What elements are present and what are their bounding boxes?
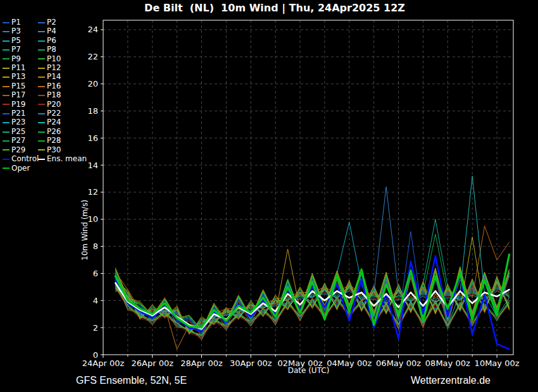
y-tick-label: 8 [93,242,98,251]
y-tick-label: 0 [93,350,98,360]
y-tick-label: 2 [93,323,98,333]
y-tick-label: 16 [87,133,98,143]
y-tick-label: 18 [87,106,98,116]
y-tick-label: 14 [87,161,98,170]
y-tick-label: 4 [93,296,98,305]
model-location-caption: GFS Ensemble, 52N, 5E [76,375,187,386]
y-tick-label: 12 [87,187,98,197]
plot-area: 24Apr 00z26Apr 00z28Apr 00z30Apr 00z02Ma… [0,0,538,392]
series-lines [115,176,509,349]
x-axis-label: Date (UTC) [0,366,538,375]
y-tick-label: 22 [87,52,98,61]
wind-ensemble-chart: De Bilt (NL) 10m Wind | Thu, 24Apr2025 1… [0,0,538,392]
y-tick-label: 6 [93,269,98,278]
y-tick-label: 10 [87,214,98,224]
site-credit: Wetterzentrale.de [411,375,491,386]
y-tick-label: 24 [87,25,98,34]
y-tick-label: 20 [87,79,98,89]
